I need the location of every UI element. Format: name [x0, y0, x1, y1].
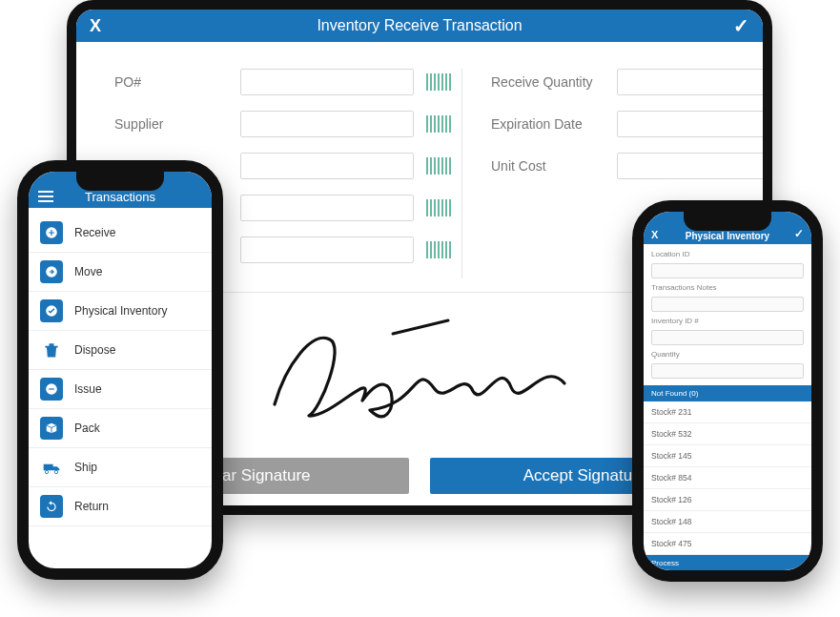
- stock-list-item[interactable]: Stock# 231: [644, 401, 811, 423]
- stock-list-item[interactable]: Stock# 854: [644, 467, 811, 489]
- barcode-scan-icon[interactable]: [425, 72, 452, 93]
- field-input[interactable]: [240, 237, 414, 263]
- barcode-scan-icon[interactable]: [425, 239, 452, 260]
- stock-list-item[interactable]: Stock# 126: [644, 489, 811, 511]
- truck-icon: [40, 456, 63, 479]
- list-item-label: Ship: [74, 461, 97, 474]
- phone-notch: [76, 172, 164, 191]
- phone-left-device: Transactions Receive Move Physical Inven…: [17, 160, 223, 580]
- field-label: Supplier: [114, 116, 229, 132]
- field-input[interactable]: [617, 111, 772, 137]
- form-field-row: Expiration Date: [491, 111, 772, 137]
- form-field-row: PO#: [114, 69, 452, 95]
- mini-form-field: Location ID: [651, 250, 804, 278]
- field-input[interactable]: [240, 111, 414, 137]
- list-item-label: Pack: [74, 422, 100, 435]
- list-item-label: Move: [74, 265, 102, 278]
- field-label: Quantity: [651, 350, 804, 359]
- transactions-list-item[interactable]: Issue: [29, 370, 212, 409]
- transactions-list-item[interactable]: Move: [29, 253, 212, 292]
- barcode-scan-icon[interactable]: [425, 155, 452, 176]
- field-input[interactable]: [617, 153, 772, 179]
- field-label: Expiration Date: [491, 116, 605, 132]
- signature-script: [257, 317, 582, 431]
- form-field-row: Receive Quantity: [491, 69, 772, 95]
- close-icon[interactable]: X: [651, 229, 658, 240]
- confirm-check-icon[interactable]: ✓: [733, 14, 749, 37]
- field-label: Unit Cost: [491, 158, 605, 174]
- mini-form-field: Quantity: [651, 350, 804, 379]
- list-item-label: Physical Inventory: [74, 304, 167, 318]
- stock-list-item[interactable]: Stock# 532: [644, 423, 811, 445]
- validation-details-link[interactable]: Validation Details ...: [644, 571, 811, 582]
- field-input[interactable]: [651, 330, 804, 345]
- svg-point-61: [45, 470, 48, 473]
- close-icon[interactable]: X: [90, 16, 101, 36]
- barcode-scan-icon[interactable]: [425, 113, 452, 134]
- field-label: PO#: [114, 74, 229, 90]
- transactions-list-item[interactable]: Physical Inventory: [29, 292, 212, 331]
- tablet-title: Inventory Receive Transaction: [317, 17, 522, 34]
- field-input[interactable]: [240, 153, 414, 179]
- stock-list-item[interactable]: Stock# 475: [644, 533, 811, 555]
- transactions-list-item[interactable]: Receive: [29, 214, 212, 253]
- field-label: Transactions Notes: [651, 283, 804, 292]
- stock-list-item[interactable]: Stock# 145: [644, 445, 811, 467]
- process-bar[interactable]: Process: [644, 555, 811, 571]
- list-item-label: Issue: [74, 382, 102, 396]
- transactions-list-item[interactable]: Ship: [29, 448, 212, 487]
- trash-icon: [40, 339, 63, 361]
- package-icon: [40, 417, 63, 440]
- physical-inventory-form: Location ID Transactions Notes Inventory…: [644, 244, 811, 385]
- confirm-check-icon[interactable]: ✓: [794, 227, 804, 240]
- list-item-label: Dispose: [74, 343, 115, 357]
- field-input[interactable]: [240, 69, 414, 95]
- field-input[interactable]: [651, 297, 804, 312]
- stock-list: Stock# 231Stock# 532Stock# 145Stock# 854…: [644, 401, 811, 555]
- field-input[interactable]: [651, 363, 804, 379]
- list-item-label: Receive: [74, 226, 115, 239]
- phone-right-device: X Physical Inventory ✓ Location ID Trans…: [632, 200, 823, 582]
- undo-icon: [40, 495, 63, 518]
- tablet-title-bar: X Inventory Receive Transaction ✓: [76, 10, 763, 42]
- field-label: Receive Quantity: [491, 74, 605, 90]
- list-item-label: Return: [74, 500, 109, 513]
- phone-notch: [684, 212, 771, 231]
- field-input[interactable]: [651, 263, 804, 278]
- svg-rect-60: [49, 388, 54, 389]
- field-input[interactable]: [617, 69, 772, 95]
- hamburger-menu-icon[interactable]: [38, 191, 53, 202]
- form-field-row: Unit Cost: [491, 153, 772, 179]
- transactions-list: Receive Move Physical Inventory Dispose …: [29, 208, 212, 532]
- mini-form-field: Inventory ID #: [651, 317, 804, 345]
- stock-list-item[interactable]: Stock# 148: [644, 511, 811, 533]
- phone-right-title: Physical Inventory: [686, 231, 769, 241]
- not-found-bar: Not Found (0): [644, 385, 811, 401]
- plus-circle-icon: [40, 221, 63, 244]
- arrow-right-circle-icon: [40, 260, 63, 283]
- transactions-list-item[interactable]: Return: [29, 487, 212, 526]
- mini-form-field: Transactions Notes: [651, 283, 804, 312]
- field-label: Location ID: [651, 250, 804, 258]
- transactions-list-item[interactable]: Pack: [29, 409, 212, 448]
- field-input[interactable]: [240, 195, 414, 221]
- phone-left-title: Transactions: [85, 190, 155, 204]
- svg-point-62: [54, 470, 57, 473]
- form-field-row: Supplier: [114, 111, 452, 137]
- transactions-list-item[interactable]: Dispose: [29, 331, 212, 370]
- field-label: Inventory ID #: [651, 317, 804, 325]
- minus-circle-icon: [40, 378, 63, 401]
- check-circle-icon: [40, 299, 63, 322]
- barcode-scan-icon[interactable]: [425, 197, 452, 218]
